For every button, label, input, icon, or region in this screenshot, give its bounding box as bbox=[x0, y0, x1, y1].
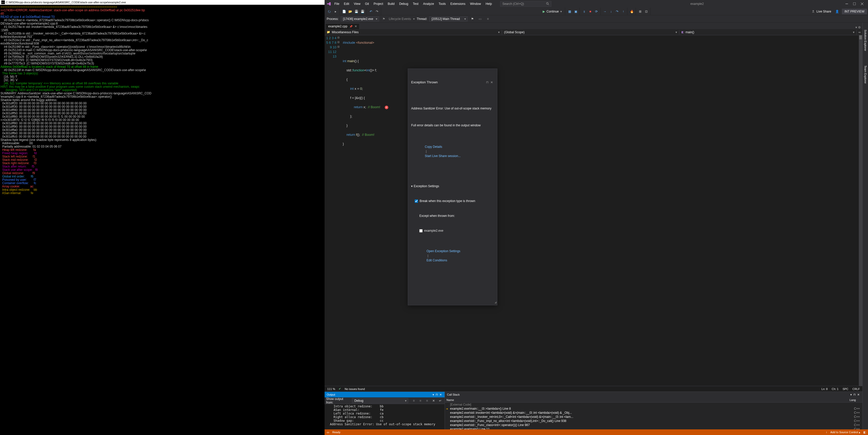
menu-edit[interactable]: Edit bbox=[342, 1, 351, 7]
search-box[interactable]: Search (Ctrl+Q) bbox=[500, 1, 551, 7]
lang-column-header[interactable]: Lang bbox=[849, 398, 861, 401]
admin-icon[interactable]: 👤 bbox=[834, 9, 840, 14]
open-exception-settings-link[interactable]: Open Exception Settings bbox=[427, 249, 460, 253]
next-icon[interactable]: ≡ bbox=[417, 398, 423, 404]
editor-scrollbar[interactable] bbox=[859, 35, 862, 386]
callstack-row[interactable]: [External Code] bbox=[445, 403, 862, 407]
open-file-icon[interactable]: 📂 bbox=[347, 9, 353, 14]
resize-grip-icon[interactable]: ◢ bbox=[495, 300, 497, 305]
zoom-level[interactable]: 111 % bbox=[327, 388, 335, 391]
output-text[interactable]: Intra object redzone: bb ASan internal: … bbox=[324, 404, 445, 429]
start-live-share-link[interactable]: Start Live Share session... bbox=[425, 154, 461, 158]
stack-icon[interactable]: ≡ bbox=[485, 16, 491, 22]
lifecycle-label[interactable]: Lifecycle Events bbox=[389, 17, 411, 21]
continue-button[interactable]: ▶ Continue ▾ bbox=[540, 9, 564, 14]
close-icon[interactable]: ✕ bbox=[857, 393, 860, 396]
edit-conditions-link[interactable]: Edit Conditions bbox=[427, 259, 447, 262]
break-checkbox-input[interactable] bbox=[415, 199, 418, 203]
process-select[interactable]: [17436] example2.exe bbox=[341, 16, 379, 22]
code-text-area[interactable]: #include <functional> int main() { std::… bbox=[340, 35, 862, 386]
stop-icon[interactable]: ■ bbox=[587, 9, 593, 14]
scope-project[interactable]: 📁 Miscellaneous Files bbox=[324, 30, 502, 35]
step-into-icon[interactable]: ↓ bbox=[608, 9, 614, 14]
stack-frame-icon[interactable]: ▭ bbox=[477, 16, 483, 22]
select-icon[interactable]: ⊡ bbox=[644, 9, 649, 14]
add-to-source-control[interactable]: Add to Source Control ▴ bbox=[830, 431, 860, 434]
callstack-row[interactable]: example2.exe!std::_Func_class<int>::oper… bbox=[445, 423, 862, 427]
step-over-icon[interactable]: ↷ bbox=[614, 9, 620, 14]
menu-build[interactable]: Build bbox=[386, 1, 397, 7]
break-checkbox[interactable]: Break when this exception type is thrown bbox=[411, 199, 494, 203]
save-icon[interactable]: 💾 bbox=[353, 9, 359, 14]
callstack-row[interactable]: ➜example2.exe!main::__l3::<lambda>() Lin… bbox=[445, 407, 862, 411]
maximize-button[interactable] bbox=[850, 1, 858, 7]
tab-example2-cpp[interactable]: example2.cpp 📌 ✕ bbox=[326, 23, 359, 29]
menu-tools[interactable]: Tools bbox=[437, 1, 448, 7]
flag-icon[interactable]: ⚑ bbox=[470, 16, 475, 22]
find-icon[interactable]: ≡ bbox=[411, 398, 416, 404]
menu-window[interactable]: Window bbox=[468, 1, 483, 7]
pin-icon[interactable]: 📌 bbox=[349, 25, 352, 28]
navigate-fwd-icon[interactable]: ▸ bbox=[333, 9, 338, 14]
clear-icon[interactable]: ✕ bbox=[431, 398, 436, 404]
debug-window-icon[interactable]: ▦ bbox=[567, 9, 572, 14]
new-file-icon[interactable]: 📄 bbox=[341, 9, 347, 14]
console-output[interactable]: ========================================… bbox=[0, 5, 324, 435]
menu-git[interactable]: Git bbox=[363, 1, 371, 7]
issues-status[interactable]: No issues found bbox=[344, 388, 365, 391]
menu-extensions[interactable]: Extensions bbox=[448, 1, 468, 7]
pin-icon[interactable]: ⊓ bbox=[852, 393, 857, 396]
scope-class[interactable]: (Global Scope) bbox=[502, 30, 679, 35]
pin-icon[interactable]: ⊓ bbox=[485, 80, 489, 85]
thread-select[interactable]: [20512] Main Thread bbox=[429, 16, 468, 22]
close-icon[interactable]: ✕ bbox=[439, 393, 442, 396]
callstack-row[interactable]: example2.exe!std::_Invoker_ret<int,0>::_… bbox=[445, 415, 862, 419]
callstack-row[interactable]: example2.exe!std::invoke<int <lambda>(vo… bbox=[445, 411, 862, 415]
menu-file[interactable]: File bbox=[332, 1, 341, 7]
window-dropdown-icon[interactable]: ▾ bbox=[432, 393, 435, 396]
cycle-icon[interactable]: ⚑ bbox=[381, 16, 387, 22]
callstack-row[interactable]: example2.exe!std::_Func_impl_no_alloc<in… bbox=[445, 419, 862, 423]
except-item[interactable]: example2.exe bbox=[411, 228, 494, 233]
callstack-list[interactable]: [External Code]➜example2.exe!main::__l3:… bbox=[445, 403, 862, 429]
code-editor[interactable]: 1 2 3 4 5 6 7 8 9 10 11 12 13 ⊟ ⊟ ⊟ #inc… bbox=[324, 35, 862, 386]
menu-help[interactable]: Help bbox=[484, 1, 494, 7]
callstack-row[interactable]: example2.exe!main() Line 11C++ bbox=[445, 427, 862, 429]
pin-icon[interactable]: ⊓ bbox=[435, 393, 439, 396]
minimize-button[interactable] bbox=[843, 1, 850, 7]
lineending-indicator[interactable]: CRLF bbox=[852, 388, 860, 391]
menu-analyze[interactable]: Analyze bbox=[421, 1, 436, 7]
live-share-button[interactable]: Live Share bbox=[809, 10, 834, 13]
line-indicator[interactable]: Ln: 8 bbox=[822, 388, 828, 391]
window-dropdown-icon[interactable]: ▾ bbox=[856, 26, 857, 29]
restart-icon[interactable]: ⟳ bbox=[594, 9, 599, 14]
split-icon[interactable]: ═ bbox=[857, 29, 862, 35]
step-out-icon[interactable]: ↑ bbox=[620, 9, 626, 14]
callstack-header[interactable]: Call Stack ▾ ⊓ ✕ bbox=[445, 392, 862, 397]
tab-solution-explorer[interactable]: Solution Explorer bbox=[863, 28, 867, 53]
pause-icon[interactable]: ॥ bbox=[581, 9, 587, 14]
except-checkbox-input[interactable] bbox=[419, 229, 423, 232]
menu-test[interactable]: Test bbox=[411, 1, 421, 7]
notifications-icon[interactable]: ◧ bbox=[863, 431, 866, 434]
close-button[interactable] bbox=[858, 1, 866, 7]
show-next-stmt-icon[interactable]: → bbox=[602, 9, 608, 14]
navigate-back-icon[interactable]: ⭮ bbox=[327, 9, 332, 14]
vs-titlebar[interactable]: FileEditViewGitProjectBuildDebugTestAnal… bbox=[324, 0, 868, 8]
close-icon[interactable]: ✕ bbox=[354, 25, 357, 28]
redo-icon[interactable]: ↷ bbox=[374, 9, 380, 14]
debug-target-icon[interactable]: ▣ bbox=[573, 9, 579, 14]
menu-project[interactable]: Project bbox=[371, 1, 385, 7]
tab-team-explorer[interactable]: Team Explorer bbox=[863, 63, 867, 86]
app-icon[interactable]: ⊞ bbox=[638, 9, 643, 14]
menu-view[interactable]: View bbox=[352, 1, 363, 7]
char-indicator[interactable]: Ch: 1 bbox=[832, 388, 838, 391]
close-icon[interactable]: ✕ bbox=[489, 80, 494, 85]
copy-details-link[interactable]: Copy Details bbox=[425, 145, 442, 148]
scope-function[interactable]: ◧ main() bbox=[679, 30, 857, 35]
name-column-header[interactable]: Name bbox=[446, 398, 849, 401]
word-wrap-icon[interactable]: ↵ bbox=[437, 398, 443, 404]
output-header[interactable]: Output ▾ ⊓ ✕ bbox=[324, 392, 445, 397]
hot-reload-icon[interactable]: 🔥 bbox=[629, 9, 634, 14]
source-control-up-icon[interactable]: ↑ bbox=[826, 431, 827, 434]
